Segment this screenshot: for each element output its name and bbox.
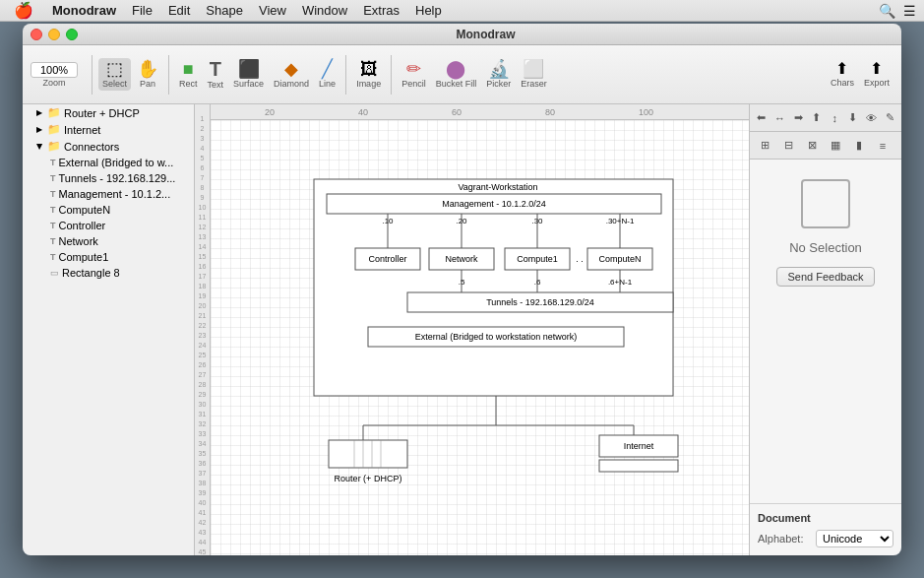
bucket-fill-tool[interactable]: ⬤ Bucket Fill	[432, 58, 481, 91]
text-icon-tunnels: T	[50, 173, 56, 183]
diagram-svg: Vagrant-Workstation Management - 10.1.2.…	[309, 174, 749, 555]
text-icon: T	[210, 59, 221, 79]
sidebar-item-network[interactable]: T Network	[23, 233, 194, 249]
rect-icon-rectangle8: ▭	[50, 268, 59, 278]
sidebar-item-tunnels[interactable]: T Tunnels - 192.168.129...	[23, 170, 194, 186]
sidebar-item-internet[interactable]: ▶ 📁 Internet	[23, 121, 194, 138]
chars-label: Chars	[831, 78, 854, 88]
no-selection-text: No Selection	[789, 240, 862, 255]
prop-btn-align-top[interactable]: ⬆	[809, 107, 825, 129]
send-feedback-button[interactable]: Send Feedback	[776, 267, 874, 287]
sidebar-item-connectors[interactable]: ▶ 📁 Connectors	[23, 138, 194, 155]
search-icon[interactable]: 🔍	[879, 3, 895, 19]
sidebar-item-compute1[interactable]: T Compute1	[23, 249, 194, 265]
picker-icon: 🔬	[488, 60, 510, 78]
controller-label: Controller	[368, 254, 406, 264]
prop-btn-align-center-h[interactable]: ↔	[772, 107, 788, 129]
no-selection-area: No Selection Send Feedback	[750, 160, 901, 503]
sidebar-label-internet: Internet	[64, 124, 100, 136]
prop-btn-distribute-v[interactable]: ⊠	[801, 135, 823, 157]
chars-tool[interactable]: ⬆ Chars	[827, 59, 858, 90]
picker-label: Picker	[486, 79, 511, 89]
menu-help[interactable]: Help	[408, 2, 449, 19]
sidebar-item-management[interactable]: T Management - 10.1.2...	[23, 186, 194, 202]
document-section-title: Document	[758, 512, 893, 524]
prop-btn-lines[interactable]: ≡	[872, 135, 893, 157]
apple-menu[interactable]: 🍎	[8, 1, 39, 20]
bucket-icon: ⬤	[446, 60, 465, 78]
text-icon-external: T	[50, 158, 56, 167]
text-tool[interactable]: T Text	[204, 57, 228, 92]
sidebar-item-router-dhcp[interactable]: ▶ 📁 Router + DHCP	[23, 104, 194, 121]
sidebar-item-controller[interactable]: T Controller	[23, 218, 194, 233]
rect-icon: ■	[183, 60, 194, 78]
menu-window[interactable]: Window	[295, 2, 354, 19]
menu-edit[interactable]: Edit	[161, 2, 197, 19]
ruler-top: 20 40 60 80 100	[211, 104, 749, 120]
menu-app[interactable]: Monodraw	[45, 2, 123, 19]
sidebar-arrow-router: ▶	[36, 108, 42, 117]
sidebar-item-computen[interactable]: T ComputeN	[23, 202, 194, 218]
vagrant-workstation-label: Vagrant-Workstation	[458, 182, 537, 192]
toolbar-separator-4	[391, 55, 392, 95]
export-icon: ⬆	[870, 61, 883, 77]
prop-btn-grid[interactable]: ⊞	[754, 135, 775, 157]
rect-tool[interactable]: ■ Rect	[175, 58, 202, 91]
text-icon-computen: T	[50, 205, 56, 215]
document-section: Document Alphabet: Unicode ASCII Latin	[750, 503, 901, 555]
export-tool[interactable]: ⬆ Export	[860, 59, 893, 90]
prop-btn-eye[interactable]: 👁	[864, 107, 880, 129]
prop-btn-align-center-v[interactable]: ↕	[828, 107, 843, 129]
ruler-mark-40: 40	[358, 107, 368, 117]
zoom-value[interactable]: 100%	[31, 62, 78, 78]
minimize-button[interactable]	[48, 29, 60, 40]
prop-btn-align-left[interactable]: ⬅	[754, 107, 770, 129]
select-tool[interactable]: ⬚ Select	[98, 58, 131, 91]
ruler-mark-100: 100	[639, 107, 653, 117]
prop-btn-pen[interactable]: ✎	[882, 107, 897, 129]
folder-icon-internet: 📁	[47, 123, 61, 136]
toolbar: 100% Zoom ⬚ Select ✋ Pan ■ Rect T Text ⬛…	[23, 45, 901, 104]
image-tool[interactable]: 🖼 Image	[352, 58, 385, 91]
list-icon[interactable]: ☰	[903, 3, 916, 19]
pencil-icon: ✏	[406, 60, 421, 78]
internet-label: Internet	[624, 441, 654, 451]
line-label: Line	[319, 79, 336, 89]
internet-detail-box	[599, 460, 678, 472]
eraser-tool[interactable]: ⬜ Eraser	[517, 58, 551, 91]
main-area: ▶ 📁 Router + DHCP ▶ 📁 Internet ▶ 📁 Conne…	[23, 104, 901, 555]
sidebar-item-rectangle8[interactable]: ▭ Rectangle 8	[23, 265, 194, 281]
alphabet-select[interactable]: Unicode ASCII Latin	[816, 530, 893, 547]
line-tool[interactable]: ╱ Line	[315, 58, 339, 91]
properties-panel: ⬅ ↔ ➡ ⬆ ↕ ⬇ 👁 ✎ ⊞ ⊟ ⊠ ▦ ▮ ≡ No Sel	[749, 104, 901, 555]
menu-file[interactable]: File	[125, 2, 159, 19]
menu-extras[interactable]: Extras	[356, 2, 406, 19]
prop-btn-distribute-h[interactable]: ⊟	[777, 135, 799, 157]
picker-tool[interactable]: 🔬 Picker	[482, 58, 515, 91]
menu-view[interactable]: View	[252, 2, 293, 19]
app-window: Monodraw 100% Zoom ⬚ Select ✋ Pan ■ Rect…	[23, 24, 901, 555]
folder-icon-router: 📁	[47, 106, 61, 119]
maximize-button[interactable]	[66, 29, 78, 40]
no-selection-box	[801, 179, 850, 228]
router-box	[329, 440, 407, 468]
router-label: Router (+ DHCP)	[335, 474, 402, 483]
menu-shape[interactable]: Shape	[199, 2, 250, 19]
sidebar-label-rectangle8: Rectangle 8	[62, 267, 120, 279]
pan-tool[interactable]: ✋ Pan	[133, 58, 162, 91]
eraser-label: Eraser	[521, 79, 547, 89]
text-icon-controller: T	[50, 221, 56, 230]
prop-btn-bar-v[interactable]: ▮	[848, 135, 870, 157]
sidebar-label-management: Management - 10.1.2...	[59, 188, 171, 200]
diamond-tool[interactable]: ◆ Diamond	[270, 58, 313, 91]
canvas-area[interactable]: 1 2 3 4 5 6 7 8 9 10 11 12 13 14 15 16 1…	[195, 104, 749, 555]
prop-btn-align-bottom[interactable]: ⬇	[845, 107, 861, 129]
close-button[interactable]	[31, 29, 42, 40]
dots: . .	[576, 254, 584, 264]
prop-btn-bar-chart[interactable]: ▦	[825, 135, 846, 157]
prop-btn-align-right[interactable]: ➡	[790, 107, 806, 129]
pencil-tool[interactable]: ✏ Pencil	[398, 58, 430, 91]
sidebar-item-external[interactable]: T External (Bridged to w...	[23, 155, 194, 170]
rect-label: Rect	[179, 79, 198, 89]
surface-tool[interactable]: ⬛ Surface	[229, 58, 268, 91]
